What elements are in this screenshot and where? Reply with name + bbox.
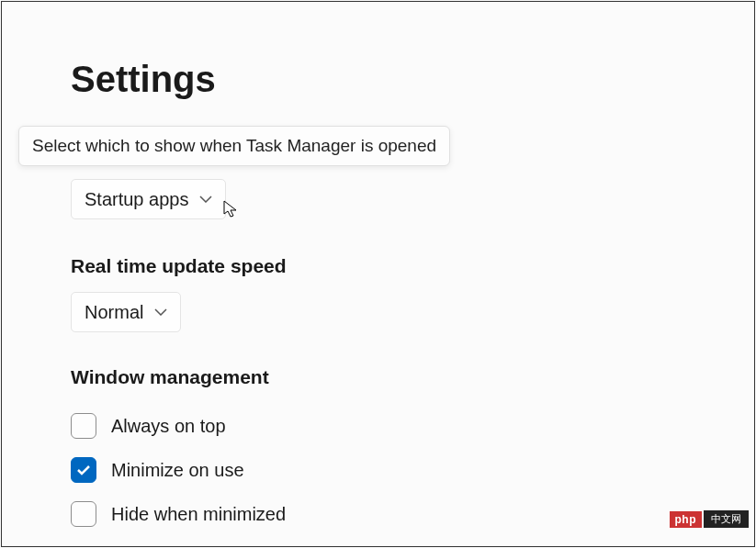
tooltip-default-page: Select which to show when Task Manager i… xyxy=(18,126,450,166)
chevron-down-icon xyxy=(154,306,167,319)
window-management-label: Window management xyxy=(71,366,269,388)
checkbox-row-minimize-on-use[interactable]: Minimize on use xyxy=(71,457,244,483)
checkbox-minimize-on-use[interactable] xyxy=(71,457,96,483)
dropdown-value: Normal xyxy=(85,302,143,323)
dropdown-value: Startup apps xyxy=(85,189,188,210)
checkbox-row-always-on-top[interactable]: Always on top xyxy=(71,413,226,439)
checkbox-label: Hide when minimized xyxy=(111,504,286,525)
watermark: php 中文网 xyxy=(670,510,750,528)
checkbox-row-hide-when-minimized[interactable]: Hide when minimized xyxy=(71,501,286,527)
update-speed-label: Real time update speed xyxy=(71,255,287,277)
checkbox-hide-when-minimized[interactable] xyxy=(71,501,96,527)
update-speed-dropdown[interactable]: Normal xyxy=(71,292,181,332)
checkbox-label: Minimize on use xyxy=(111,460,244,481)
watermark-right: 中文网 xyxy=(704,510,749,528)
checkbox-always-on-top[interactable] xyxy=(71,413,96,439)
settings-panel: Settings Select which to show when Task … xyxy=(1,1,755,547)
default-page-dropdown[interactable]: Startup apps xyxy=(71,179,226,219)
chevron-down-icon xyxy=(199,193,212,206)
checkbox-label: Always on top xyxy=(111,416,226,437)
page-title: Settings xyxy=(71,59,216,100)
watermark-left: php xyxy=(670,511,703,528)
